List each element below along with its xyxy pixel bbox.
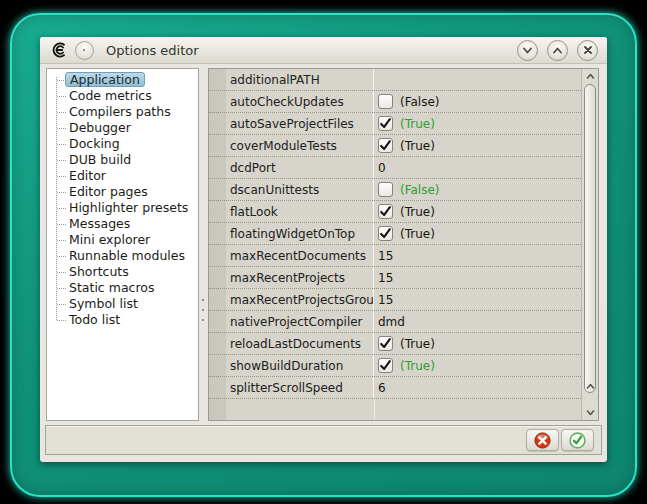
checkbox[interactable] xyxy=(378,358,393,373)
tree-item-label: Runnable modules xyxy=(69,248,185,264)
tree-item-label: Debugger xyxy=(69,120,131,136)
tree-item[interactable]: Docking xyxy=(47,136,198,152)
property-value-label: (True) xyxy=(400,227,435,241)
property-row[interactable]: maxRecentDocuments 15 xyxy=(209,245,581,267)
unshade-button[interactable] xyxy=(547,40,568,61)
close-button[interactable] xyxy=(577,40,598,61)
property-value: (True) xyxy=(374,358,581,373)
property-name: dcdPort xyxy=(226,157,374,178)
accept-button[interactable] xyxy=(561,429,594,451)
property-row[interactable]: dscanUnittests (False) xyxy=(209,179,581,201)
property-row[interactable]: maxRecentProjects 15 xyxy=(209,267,581,289)
property-row[interactable]: maxRecentProjectsGrou 15 xyxy=(209,289,581,311)
vertical-scrollbar[interactable] xyxy=(581,69,598,420)
tree-item[interactable]: Debugger xyxy=(47,120,198,136)
property-rows: additionalPATH autoCheckUpdates xyxy=(209,69,581,420)
property-value: (True) xyxy=(374,336,581,351)
checkbox[interactable] xyxy=(378,94,393,109)
tree-item[interactable]: Compilers paths xyxy=(47,104,198,120)
property-name: maxRecentProjectsGrou xyxy=(226,289,374,310)
checkbox[interactable] xyxy=(378,138,393,153)
tree-item[interactable]: Runnable modules xyxy=(47,248,198,264)
titlebar[interactable]: Options editor xyxy=(40,37,607,64)
property-value-label: (True) xyxy=(400,117,435,131)
coedit-logo-icon xyxy=(49,40,69,60)
checkbox[interactable] xyxy=(378,226,393,241)
categories-tree: Application Code metrics Compilers paths… xyxy=(46,68,199,421)
tree-item[interactable]: Todo list xyxy=(47,312,198,328)
tree-item-label: Docking xyxy=(69,136,120,152)
property-row[interactable]: autoSaveProjectFiles (True) xyxy=(209,113,581,135)
property-name: floatingWidgetOnTop xyxy=(226,223,374,244)
property-row[interactable]: reloadLastDocuments (True) xyxy=(209,333,581,355)
property-row[interactable]: additionalPATH xyxy=(209,69,581,91)
checkbox[interactable] xyxy=(378,116,393,131)
property-value-label: 15 xyxy=(378,271,393,285)
tree-item[interactable]: Shortcuts xyxy=(47,264,198,280)
property-row[interactable]: dcdPort 0 xyxy=(209,157,581,179)
checkbox[interactable] xyxy=(378,182,393,197)
property-value-label: (True) xyxy=(400,337,435,351)
property-value: 0 xyxy=(374,161,581,175)
tree-item[interactable]: Highlighter presets xyxy=(47,200,198,216)
shade-button[interactable] xyxy=(517,40,538,61)
tree-item[interactable]: Messages xyxy=(47,216,198,232)
cancel-button[interactable] xyxy=(526,429,559,451)
tree-item-label: Editor pages xyxy=(69,184,148,200)
property-value: 15 xyxy=(374,293,581,307)
property-value-label: (True) xyxy=(400,205,435,219)
tree-item-label: Static macros xyxy=(69,280,154,296)
property-value: 15 xyxy=(374,271,581,285)
property-row[interactable]: splitterScrollSpeed 6 xyxy=(209,377,581,399)
property-value: 6 xyxy=(374,381,581,395)
property-value: (True) xyxy=(374,226,581,241)
tree-item-label: Symbol list xyxy=(69,296,138,312)
scrollbar-thumb[interactable] xyxy=(584,84,596,393)
property-value: dmd xyxy=(374,315,581,329)
tree-item-label: Todo list xyxy=(69,312,120,328)
property-value-label: 6 xyxy=(378,381,386,395)
checkbox[interactable] xyxy=(378,336,393,351)
tree-item[interactable]: Editor pages xyxy=(47,184,198,200)
tree-item[interactable]: DUB build xyxy=(47,152,198,168)
property-row[interactable]: flatLook (True) xyxy=(209,201,581,223)
scroll-up-button-bottom[interactable] xyxy=(583,380,597,393)
property-row[interactable]: floatingWidgetOnTop (True) xyxy=(209,223,581,245)
property-value-label: (False) xyxy=(400,95,440,109)
tree-item[interactable]: Editor xyxy=(47,168,198,184)
property-value-label: 0 xyxy=(378,161,386,175)
property-name: maxRecentDocuments xyxy=(226,245,374,266)
property-value-label: (True) xyxy=(400,359,435,373)
tree-item-label: DUB build xyxy=(69,152,131,168)
property-value: (True) xyxy=(374,204,581,219)
tree-item-label: Mini explorer xyxy=(69,232,150,248)
tree-item-label: Compilers paths xyxy=(69,104,171,120)
property-row[interactable]: coverModuleTests (True) xyxy=(209,135,581,157)
scroll-up-button[interactable] xyxy=(583,70,597,83)
property-value: (False) xyxy=(374,182,581,197)
tree-item[interactable]: Mini explorer xyxy=(47,232,198,248)
tree-item[interactable]: Static macros xyxy=(47,280,198,296)
property-name: maxRecentProjects xyxy=(226,267,374,288)
property-name: splitterScrollSpeed xyxy=(226,377,374,398)
property-row[interactable]: autoCheckUpdates (False) xyxy=(209,91,581,113)
property-row[interactable]: nativeProjectCompiler dmd xyxy=(209,311,581,333)
window-title: Options editor xyxy=(106,43,199,58)
tree-item[interactable]: Code metrics xyxy=(47,88,198,104)
scroll-down-button[interactable] xyxy=(583,406,597,419)
tree-item-label: Shortcuts xyxy=(69,264,129,280)
checkbox[interactable] xyxy=(378,204,393,219)
tree-item-label: Highlighter presets xyxy=(69,200,188,216)
property-value: (True) xyxy=(374,116,581,131)
property-name: reloadLastDocuments xyxy=(226,333,374,354)
tree-item[interactable]: Symbol list xyxy=(47,296,198,312)
property-row[interactable]: showBuildDuration (True) xyxy=(209,355,581,377)
property-name: autoCheckUpdates xyxy=(226,91,374,112)
tree-item[interactable]: Application xyxy=(47,72,198,88)
button-bar xyxy=(45,425,602,455)
panel-splitter[interactable] xyxy=(200,299,206,321)
property-value-label: (False) xyxy=(400,183,440,197)
window-menu-icon[interactable] xyxy=(75,41,94,60)
property-name: dscanUnittests xyxy=(226,179,374,200)
property-value-label: 15 xyxy=(378,249,393,263)
